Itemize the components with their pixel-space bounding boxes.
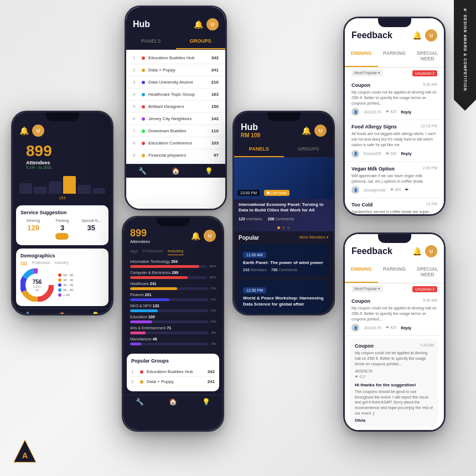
tab-groups[interactable]: GROUPS [176,34,226,49]
group-item-6[interactable]: 6 Jersey City Neighbors 142 [126,113,225,125]
bell-icon[interactable]: 🔔 [194,20,203,29]
avatar-icon[interactable]: U [32,125,44,137]
group-dot-4 [142,93,145,96]
demo-tab-industry[interactable]: Industry [168,249,183,255]
group-item-4[interactable]: 4 Healthcare Topic Group 183 [126,89,225,101]
panel-time-2: 12:30 PM [243,287,266,293]
group-item-1[interactable]: 1 Education Buddies Hub 342 [126,52,225,64]
bell-icon[interactable]: 🔔 [19,126,29,135]
panel-card-2[interactable]: 12:30 PM World & Peace Workshop: Harness… [239,280,329,314]
demo-tab-profession[interactable]: Profession [32,261,50,265]
bar-6 [92,188,105,194]
demo-tabs-bar: Age Profession Industry [123,246,223,257]
popular-header: Popular More Members ▾ [239,235,329,241]
reply-btn-1[interactable]: Reply [401,110,411,114]
notch [159,7,193,16]
featured-comments: 208 Comments [268,217,294,221]
bell-icon[interactable]: 🔔 [412,31,422,40]
reply-title: Coupon [355,343,374,349]
bar-5 [77,185,90,194]
nav-home[interactable]: 🏠 [172,167,180,175]
group-item-2[interactable]: 2 Data + Puppy 241 [126,64,225,76]
username-3: JessalynnS0 [364,188,386,192]
group-item-9[interactable]: 9 Financial preparers 97 [126,149,225,162]
demo-tabs: Age Profession Industry [20,261,104,265]
svg-text:A: A [22,451,28,460]
tab-dinning[interactable]: DINNING [345,46,378,67]
avatar[interactable]: U [206,18,219,30]
special-label: Special N... [79,219,104,223]
item-text-1: My coupon could not be applied at dinnin… [351,90,437,106]
tab-special[interactable]: SPECIAL NEED [411,262,444,283]
demo-tab-industry[interactable]: Industry [55,261,69,265]
bell-icon[interactable]: 🔔 [302,126,311,135]
bell-icon[interactable]: 🔔 [191,231,200,240]
tab-panels[interactable]: PANELS [126,34,176,49]
tab-parking[interactable]: PARKING [378,46,411,67]
pie-sub: 100%All [33,285,42,292]
tab-groups[interactable]: GROUPS [284,142,334,157]
tab-parking[interactable]: PARKING [378,262,411,283]
avatar[interactable]: U [204,230,216,242]
phone-hub-groups-inner: Hub 🔔 U PANELS GROUPS 1 Education Buddie… [126,7,225,209]
group-item-7[interactable]: 7 Downtown Buddies 110 [126,125,225,137]
item-title-2: Food Allergy Signs [351,124,397,130]
group-dot-2 [142,69,145,72]
p3-attendees: 899 [130,227,150,239]
pop-item-1[interactable]: 1 Education Buddies Hub 342 [131,367,215,377]
avatar[interactable]: U [425,245,437,257]
item-time-3: 2:30 PM [423,166,437,170]
bar-label: 153 [13,196,112,202]
tab-dinning[interactable]: DINNING [345,262,378,283]
reply-btn-2[interactable]: Reply [401,152,412,156]
item-text-2: All foods are not tagged with allergy al… [351,131,437,147]
time-badge: 13:00 PM [237,190,260,196]
event-meta: 123 members 208 Comments [234,215,333,224]
likes-2: ❤ 300 [386,152,397,156]
industry-edu: Education 100 0% [130,315,216,323]
pop-item-2[interactable]: 2 Data + Puppy 241 [131,377,215,387]
reply-btn[interactable]: Reply [401,326,411,330]
parking-count: 3 [49,224,75,232]
avatar[interactable]: U [425,29,437,42]
main-item-title: Coupon [351,298,370,304]
parking-toggle[interactable] [55,233,69,240]
more-members[interactable]: More Members ▾ [299,235,329,240]
panel-card-1[interactable]: 11:00 AM Earth Panel: The power of wind … [239,244,329,276]
feedback-item-allergy: Food Allergy Signs 12:15 PM All foods ar… [345,120,444,162]
group-item-5[interactable]: 5 Brilliant Designers 150 [126,101,225,113]
demo-tab-age[interactable]: Age [20,261,27,265]
nav-lightbulb[interactable]: 💡Tips [91,312,100,314]
dot-2 [282,226,285,229]
nav-home[interactable]: 🏠 [169,398,177,406]
filter-btn[interactable]: Most Popular ▾ [351,70,383,76]
nav-tools[interactable]: 🔧 [138,167,147,175]
group-item-3[interactable]: 3 Data University Alumni 210 [126,76,225,89]
item-title-1: Coupon [351,82,370,88]
nav-tools[interactable]: 🔧Tools [25,312,33,314]
nav-home[interactable]: 🏠Home [58,312,66,314]
pop-groups-title: Popular Groups [131,358,215,364]
panel-title-2: World & Peace Workshop: Harnessing Data … [243,296,324,307]
featured-members: 123 members [239,217,262,221]
edit-btn-3[interactable]: ✏ [405,188,408,192]
nav-lightbulb[interactable]: 💡 [202,398,210,406]
award-ribbon: A' DESIGN AWARD & COMPETITION [454,0,476,100]
filter-btn[interactable]: Most Popular ▾ [351,286,383,292]
demo-tab-profession[interactable]: Profession [142,249,163,255]
group-item-8[interactable]: 8 Education Conference 103 [126,137,225,149]
nav-lightbulb[interactable]: 💡 [205,167,213,175]
phone-demographics: 899 Attendees 🔔 U Age Profession Industr… [122,216,224,432]
avatar[interactable]: U [314,125,327,137]
attendees-label: Attendees [19,160,105,165]
tab-special[interactable]: SPECIAL NEED [411,46,444,67]
service-section: Service Suggestion Dinning 129 Parking 3… [16,205,108,245]
hub-left: Hub RM 109 [241,122,260,138]
industry-ce: Computer & Electronics 289 39% [130,271,216,279]
bell-icon[interactable]: 🔔 [412,247,422,256]
p3-left: 899 Attendees [130,227,150,244]
tab-panels[interactable]: PANELS [234,142,284,157]
tab-bar: DINNING PARKING SPECIAL NEED [345,262,444,283]
nav-tools[interactable]: 🔧 [136,398,144,406]
demo-tab-age[interactable]: Age [130,249,138,255]
